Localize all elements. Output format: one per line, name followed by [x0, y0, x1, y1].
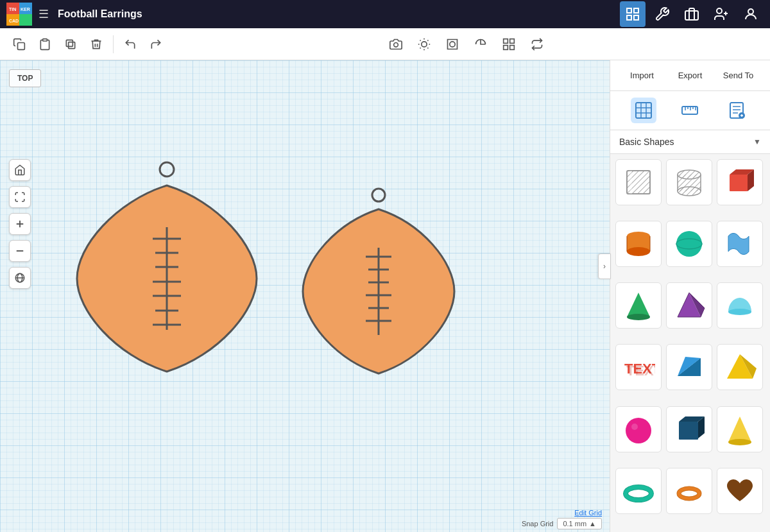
hamburger-icon[interactable]: ☰: [38, 7, 49, 21]
nav-add-user[interactable]: [708, 1, 734, 27]
shape-text[interactable]: TEXTTEXT: [615, 344, 662, 390]
svg-point-21: [421, 41, 426, 46]
zoom-out-button[interactable]: [9, 240, 31, 262]
undo-button[interactable]: [119, 33, 142, 56]
nav-tools[interactable]: [649, 1, 675, 27]
right-panel: Import Export Send To: [610, 60, 770, 532]
toolbar: [0, 28, 770, 60]
group-button[interactable]: [497, 33, 520, 56]
export-button[interactable]: Export: [666, 65, 714, 85]
svg-text:CAD: CAD: [9, 19, 19, 23]
perspective-button[interactable]: [9, 267, 31, 289]
svg-line-28: [420, 47, 420, 48]
paste-button[interactable]: [33, 33, 56, 56]
shape-cylinder[interactable]: [615, 221, 662, 267]
shape-cone2[interactable]: [717, 406, 763, 452]
nav-briefcase[interactable]: [679, 1, 705, 27]
svg-point-93: [676, 231, 702, 257]
zoom-in-button[interactable]: [9, 213, 31, 235]
edit-grid-link[interactable]: Edit Grid: [574, 509, 602, 517]
flip-button[interactable]: [526, 33, 549, 56]
snap-chevron-icon: ▲: [589, 520, 596, 528]
nav-grid-view[interactable]: [620, 1, 646, 27]
svg-point-20: [393, 42, 398, 47]
svg-point-90: [627, 247, 650, 256]
svg-line-24: [420, 40, 420, 40]
collapse-panel-button[interactable]: ›: [598, 253, 611, 279]
shape-wedge[interactable]: [666, 344, 712, 390]
notes-panel-button[interactable]: [724, 98, 749, 123]
right-panel-top: Import Export Send To: [610, 60, 770, 91]
svg-rect-10: [634, 15, 638, 20]
shape-box-hole[interactable]: [615, 159, 662, 205]
svg-point-116: [626, 487, 651, 500]
svg-point-50: [372, 189, 385, 202]
svg-rect-32: [509, 39, 514, 43]
shape-tetrahedron[interactable]: [717, 344, 763, 390]
svg-line-25: [427, 47, 428, 48]
arc-button[interactable]: [469, 33, 492, 56]
svg-rect-18: [66, 40, 73, 46]
light-button[interactable]: [413, 33, 436, 56]
svg-rect-85: [730, 175, 748, 191]
svg-point-118: [679, 488, 699, 499]
fit-all-button[interactable]: [9, 186, 31, 208]
svg-point-30: [449, 41, 454, 46]
tinkercad-logo[interactable]: TIN KER CAD: [6, 3, 32, 26]
shape-box2[interactable]: [666, 406, 712, 452]
ruler-panel-button[interactable]: [677, 98, 703, 123]
send-to-button[interactable]: Send To: [714, 65, 762, 85]
shape-sphere[interactable]: [666, 221, 712, 267]
shape-box[interactable]: [717, 159, 763, 205]
top-nav: TIN KER CAD ☰ Football Earrings: [0, 0, 770, 28]
svg-point-109: [631, 424, 638, 430]
canvas-area[interactable]: TOP: [0, 60, 610, 532]
copy-button[interactable]: [8, 33, 31, 56]
shape-button[interactable]: [441, 33, 464, 56]
svg-point-41: [160, 162, 174, 176]
main-area: TOP: [0, 60, 770, 532]
status-bar: Edit Grid Snap Grid 0.1 mm ▲: [514, 506, 610, 532]
nav-profile[interactable]: [738, 1, 764, 27]
project-title[interactable]: Football Earrings: [58, 8, 620, 20]
shape-cylinder-hole[interactable]: [666, 159, 712, 205]
grid-panel-button[interactable]: [631, 98, 656, 123]
redo-button[interactable]: [144, 33, 167, 56]
shape-dome[interactable]: [717, 282, 763, 329]
svg-rect-11: [685, 11, 698, 20]
svg-point-96: [627, 314, 650, 320]
right-earring[interactable]: [303, 189, 454, 373]
svg-rect-8: [634, 8, 638, 13]
toolbar-divider-1: [113, 35, 114, 53]
camera-button[interactable]: [384, 33, 407, 56]
home-view-button[interactable]: [9, 159, 31, 181]
svg-rect-78: [629, 171, 632, 194]
shape-cone[interactable]: [615, 282, 662, 329]
shape-torus[interactable]: [615, 468, 662, 514]
svg-rect-9: [627, 15, 631, 20]
svg-point-114: [728, 439, 751, 445]
snap-grid-item: Snap Grid 0.1 mm ▲: [522, 518, 602, 529]
shape-pyramid[interactable]: [666, 282, 712, 329]
shape-wave[interactable]: [717, 221, 763, 267]
shapes-grid: TEXTTEXT: [610, 154, 770, 532]
svg-rect-3: [19, 14, 32, 26]
delete-button[interactable]: [85, 33, 108, 56]
shape-heart[interactable]: [717, 468, 763, 514]
svg-point-12: [717, 8, 722, 13]
shapes-dropdown-arrow: ▼: [753, 137, 761, 146]
svg-rect-110: [679, 422, 698, 440]
svg-text:TIN: TIN: [9, 7, 16, 12]
shape-knot[interactable]: [666, 468, 712, 514]
left-earring[interactable]: [77, 162, 257, 372]
import-button[interactable]: Import: [618, 65, 666, 85]
svg-rect-16: [18, 42, 25, 49]
edit-grid-item: Edit Grid: [574, 509, 602, 517]
duplicate-button[interactable]: [59, 33, 82, 56]
shape-sphere2[interactable]: [615, 406, 662, 452]
svg-rect-19: [69, 42, 75, 48]
shapes-dropdown[interactable]: Basic Shapes ▼: [610, 130, 770, 154]
svg-rect-33: [503, 45, 508, 49]
snap-value[interactable]: 0.1 mm ▲: [557, 518, 602, 529]
left-controls: [4, 150, 36, 289]
